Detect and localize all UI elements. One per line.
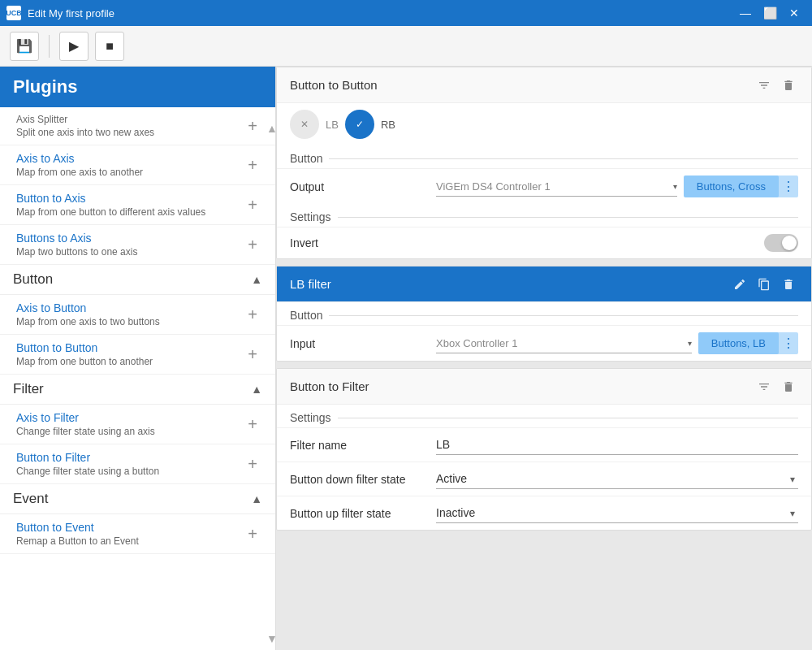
button-selector-row: ✕ LB ✓ RB [277, 103, 811, 145]
edit-lb-filter-button[interactable] [730, 276, 749, 292]
btf-settings-section-divider: Settings [277, 405, 811, 427]
app-icon-text: UCB [6, 9, 22, 17]
output-row: Output ViGEm DS4 Controller 1 ▾ Buttons,… [277, 168, 811, 204]
save-button[interactable]: 💾 [10, 32, 39, 61]
list-item[interactable]: Axis to Button Map from one axis to two … [0, 295, 275, 335]
add-button-to-event-button[interactable]: + [243, 524, 262, 544]
lb-filter-button-label: Button [290, 309, 322, 322]
rb-label: RB [381, 119, 395, 131]
filter-name-row: Filter name [277, 427, 811, 462]
input-value-button[interactable]: Buttons, LB [698, 332, 779, 354]
event-section-header[interactable]: Event ▲ [0, 484, 275, 514]
add-axis-to-filter-button[interactable]: + [243, 414, 262, 434]
minimize-button[interactable]: — [734, 2, 757, 24]
btf-settings-label: Settings [290, 411, 331, 424]
button-section-chevron-icon: ▲ [251, 273, 262, 286]
input-value-label: Buttons, LB [711, 337, 766, 349]
add-axis-splitter-button[interactable]: + [243, 116, 262, 136]
settings-section-label: Settings [290, 210, 331, 223]
save-icon: 💾 [16, 38, 32, 54]
input-value-more-button[interactable]: ⋮ [779, 332, 798, 354]
toolbar: 💾 ▶ ■ [0, 26, 812, 67]
button-section-title: Button [13, 271, 53, 288]
list-item[interactable]: Button to Event Remap a Button to an Eve… [0, 514, 275, 554]
filter-section-title: Filter [13, 381, 44, 397]
delete-lb-filter-button[interactable] [779, 276, 798, 292]
filter-name-input[interactable] [436, 435, 798, 455]
input-row: Input Xbox Controller 1 ▾ Buttons, LB ⋮ [277, 325, 811, 361]
sidebar: Plugins Axis Splitter Split one axis int… [0, 67, 276, 650]
plugins-header: Plugins [0, 67, 275, 107]
input-device-dropdown[interactable]: Xbox Controller 1 ▾ [436, 334, 692, 353]
stop-button[interactable]: ■ [95, 32, 124, 61]
lb-label: LB [326, 119, 339, 131]
lb-filter-button-section-divider: Button [277, 302, 811, 325]
right-panel[interactable]: Button to Button ✕ LB ✓ RB [276, 67, 812, 650]
filter-section-chevron-icon: ▲ [251, 383, 262, 396]
add-button-to-filter-button[interactable]: + [243, 454, 262, 474]
button-to-button-header: Button to Button [277, 67, 811, 103]
delete-button[interactable] [779, 77, 798, 93]
filter-name-label: Filter name [290, 439, 436, 452]
x-button-selector[interactable]: ✕ [290, 110, 319, 139]
invert-toggle[interactable] [764, 234, 798, 252]
add-buttons-to-axis-button[interactable]: + [243, 235, 262, 254]
lb-filter-header: LB filter [277, 266, 811, 302]
event-section-title: Event [13, 491, 48, 507]
toolbar-divider [49, 35, 50, 58]
play-icon: ▶ [69, 38, 79, 54]
copy-lb-filter-button[interactable] [754, 276, 774, 292]
output-device-dropdown-icon: ▾ [673, 182, 677, 191]
play-button[interactable]: ▶ [59, 32, 89, 61]
output-value-more-button[interactable]: ⋮ [779, 176, 798, 197]
sidebar-content[interactable]: Axis Splitter Split one axis into two ne… [0, 107, 275, 650]
output-device-value: ViGEm DS4 Controller 1 [436, 180, 551, 193]
filter-section-header[interactable]: Filter ▲ [0, 375, 275, 405]
button-to-button-title: Button to Button [290, 78, 378, 92]
invert-label: Invert [290, 236, 436, 249]
lb-filter-title: LB filter [290, 277, 331, 291]
plugins-title: Plugins [13, 76, 77, 97]
button-section-header[interactable]: Button ▲ [0, 265, 275, 295]
event-section-chevron-icon: ▲ [251, 492, 262, 505]
button-up-filter-label: Button up filter state [290, 507, 436, 520]
button-down-filter-label: Button down filter state [290, 473, 436, 486]
list-item[interactable]: Axis to Axis Map from one axis to anothe… [0, 145, 275, 185]
delete-button-to-filter-button[interactable] [779, 379, 798, 395]
input-device-value: Xbox Controller 1 [436, 337, 517, 349]
title-bar: UCB Edit My first profile — ⬜ ✕ [0, 0, 812, 26]
button-to-filter-header: Button to Filter [277, 369, 811, 405]
button-to-filter-card: Button to Filter Settings Filter name [276, 368, 812, 531]
add-button-to-button-button[interactable]: + [243, 344, 262, 364]
button-to-filter-title: Button to Filter [290, 379, 369, 393]
stop-icon: ■ [106, 39, 114, 54]
settings-section-divider: Settings [277, 204, 811, 227]
window-controls: — ⬜ ✕ [734, 2, 806, 24]
rb-active-selector[interactable]: ✓ [345, 110, 374, 139]
filter-button[interactable] [754, 77, 774, 93]
filter-button-to-filter-button[interactable] [754, 379, 774, 395]
close-button[interactable]: ✕ [783, 2, 806, 24]
list-item[interactable]: Axis to Filter Change filter state using… [0, 405, 275, 444]
input-value-btn-wrapper: Buttons, LB ⋮ [698, 332, 798, 354]
add-axis-to-button-button[interactable]: + [243, 305, 262, 324]
input-device-dropdown-icon: ▾ [688, 339, 692, 348]
button-up-filter-select[interactable]: Active Inactive [436, 503, 798, 523]
list-item[interactable]: Axis Splitter Split one axis into two ne… [0, 107, 275, 145]
maximize-button[interactable]: ⬜ [758, 2, 781, 24]
add-axis-to-axis-button[interactable]: + [243, 155, 262, 175]
list-item[interactable]: Buttons to Axis Map two buttons to one a… [0, 225, 275, 265]
list-item[interactable]: Button to Filter Change filter state usi… [0, 444, 275, 484]
button-section-label: Button [290, 152, 322, 165]
lb-filter-card: LB filter Button [276, 266, 812, 362]
output-value-button[interactable]: Buttons, Cross [684, 176, 779, 197]
button-down-filter-row: Button down filter state Active Inactive [277, 462, 811, 496]
output-device-dropdown[interactable]: ViGEm DS4 Controller 1 ▾ [436, 177, 677, 197]
input-label: Input [290, 337, 436, 350]
add-button-to-axis-button[interactable]: + [243, 195, 262, 214]
button-up-filter-row: Button up filter state Active Inactive [277, 496, 811, 530]
output-label: Output [290, 180, 436, 193]
button-down-filter-select[interactable]: Active Inactive [436, 469, 798, 489]
list-item[interactable]: Button to Button Map from one button to … [0, 335, 275, 375]
list-item[interactable]: Button to Axis Map from one button to di… [0, 185, 275, 225]
